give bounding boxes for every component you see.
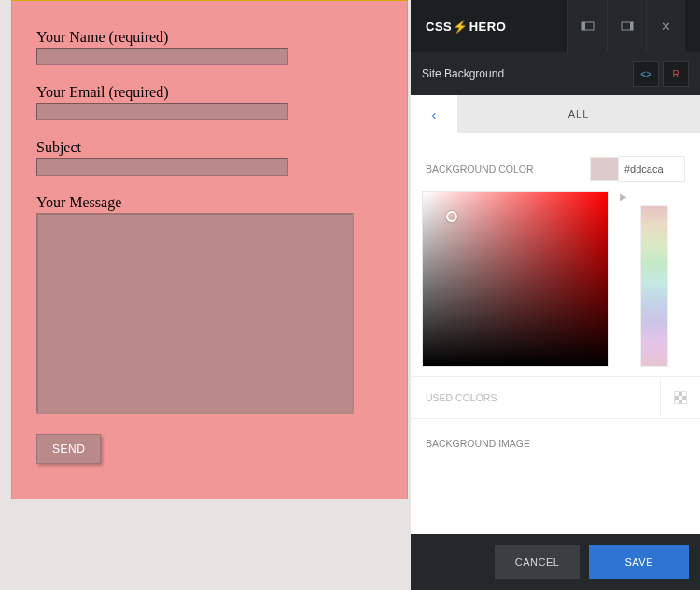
send-button[interactable]: SEND xyxy=(36,434,101,464)
svg-rect-3 xyxy=(630,22,633,30)
name-label: Your Name (required) xyxy=(36,29,383,46)
tab-indicator-icon xyxy=(573,90,584,95)
css-hero-panel: CSS⚡HERO ✕ Site Background <> R ‹ ALL BA… xyxy=(411,0,700,590)
used-colors-label: USED COLORS xyxy=(411,379,661,416)
subject-label: Subject xyxy=(36,139,383,156)
tab-all-label: ALL xyxy=(568,108,590,119)
subject-input[interactable] xyxy=(36,158,288,176)
tab-row: ‹ ALL xyxy=(411,95,700,133)
color-swatch[interactable] xyxy=(590,157,618,181)
brand-left: CSS xyxy=(426,20,452,34)
color-picker-handle[interactable] xyxy=(446,211,457,222)
brand: CSS⚡HERO xyxy=(426,20,567,34)
transparent-swatch[interactable] xyxy=(661,377,700,418)
contact-form-canvas: Your Name (required) Your Email (require… xyxy=(11,0,408,499)
color-picker: ▶ xyxy=(411,191,700,377)
back-button[interactable]: ‹ xyxy=(411,95,457,133)
panel-subheader: Site Background <> R xyxy=(411,52,700,95)
hex-input[interactable] xyxy=(618,156,685,182)
code-view-button[interactable]: <> xyxy=(633,61,659,87)
name-input[interactable] xyxy=(36,48,288,65)
background-image-label: BACKGROUND IMAGE xyxy=(411,419,700,457)
panel-header: CSS⚡HERO ✕ xyxy=(411,0,700,52)
selected-element: Site Background xyxy=(422,67,629,80)
used-colors-row: USED COLORS xyxy=(411,377,700,419)
code-icon: <> xyxy=(640,69,651,79)
panel-dock-left-button[interactable] xyxy=(567,0,607,52)
email-label: Your Email (required) xyxy=(36,84,383,101)
color-picker-canvas[interactable] xyxy=(422,191,609,367)
reset-button[interactable]: R xyxy=(663,61,689,87)
message-textarea[interactable] xyxy=(36,213,354,414)
message-label: Your Message xyxy=(36,194,383,211)
panel-dock-right-button[interactable] xyxy=(607,0,646,52)
panel-footer: CANCEL SAVE xyxy=(411,534,700,590)
close-icon: ✕ xyxy=(661,20,671,34)
background-color-label: BACKGROUND COLOR xyxy=(426,163,590,175)
lightning-icon: ⚡ xyxy=(453,20,469,34)
transparent-icon xyxy=(674,391,687,404)
panel-body: BACKGROUND COLOR ▶ USED COLORS BACKGROUN… xyxy=(411,133,700,534)
close-button[interactable]: ✕ xyxy=(646,0,685,52)
brand-right: HERO xyxy=(469,20,507,34)
cancel-button[interactable]: CANCEL xyxy=(495,545,581,579)
save-button[interactable]: SAVE xyxy=(589,545,689,579)
hue-slider[interactable] xyxy=(640,205,668,367)
expand-palette-button[interactable]: ▶ xyxy=(620,191,627,202)
chevron-left-icon: ‹ xyxy=(432,106,437,122)
svg-rect-1 xyxy=(582,22,585,30)
chevron-right-icon: ▶ xyxy=(620,191,627,202)
email-input[interactable] xyxy=(36,103,288,120)
tab-all[interactable]: ALL xyxy=(457,95,700,133)
